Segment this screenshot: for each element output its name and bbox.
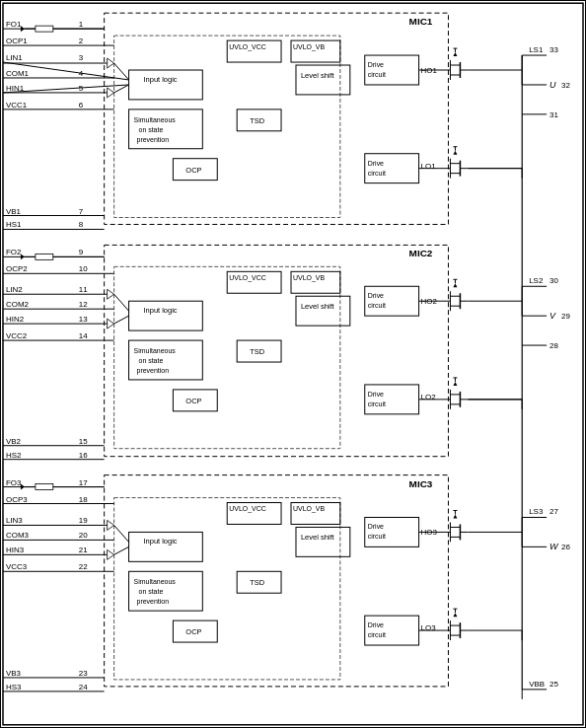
w-pin: 26 <box>561 543 570 551</box>
vcc1-label: VCC1 <box>6 101 28 109</box>
mic3-label: MIC3 <box>409 478 433 489</box>
level-shift-2: Level shift <box>301 302 335 311</box>
svg-text:circuit: circuit <box>368 170 386 177</box>
lin2-label: LIN2 <box>6 285 23 294</box>
hs3-label: HS3 <box>6 683 22 692</box>
input-logic-2: Input logic <box>144 306 178 315</box>
ls1-pin: 33 <box>549 45 558 54</box>
mic2-label: MIC2 <box>409 248 433 258</box>
svg-text:circuit: circuit <box>368 533 386 540</box>
vb2-label: VB2 <box>6 437 22 446</box>
com1-label: COM1 <box>6 69 30 78</box>
pin22: 22 <box>79 562 88 571</box>
pin7: 7 <box>79 207 84 216</box>
drive-circuit-lo-1: Drive <box>368 160 384 167</box>
com3-label: COM3 <box>6 531 30 540</box>
u-pin: 32 <box>561 81 570 90</box>
fo3-label: FO3 <box>6 478 22 487</box>
v-label: V <box>549 311 556 321</box>
pin13: 13 <box>79 315 88 324</box>
svg-text:circuit: circuit <box>368 302 386 309</box>
ls1-label: LS1 <box>529 45 544 54</box>
pin15: 15 <box>79 437 88 446</box>
diagram-container: MIC1 UVLO_VCC UVLO_VB Input logic Simult… <box>0 0 586 728</box>
ls2-label: LS2 <box>529 276 544 285</box>
pin9: 9 <box>79 248 84 256</box>
lin1-label: LIN1 <box>6 53 23 62</box>
ls3-label: LS3 <box>529 507 544 516</box>
pin24: 24 <box>79 683 88 692</box>
pin21: 21 <box>79 546 88 554</box>
uvlo-vb-3: UVLO_VB <box>293 505 326 513</box>
drive-circuit-lo-3: Drive <box>368 621 384 628</box>
pin31: 31 <box>549 110 558 119</box>
ocp3-label: OCP3 <box>6 495 28 504</box>
fo1-label: FO1 <box>6 20 22 29</box>
sosp-2: Simultaneous <box>134 347 177 354</box>
svg-text:prevention: prevention <box>137 136 170 144</box>
pin19: 19 <box>79 516 88 525</box>
pin6: 6 <box>79 101 84 109</box>
drive-circuit-ho-1: Drive <box>368 61 384 68</box>
pin14: 14 <box>79 331 88 340</box>
drive-circuit-lo-2: Drive <box>368 391 384 398</box>
svg-rect-43 <box>36 26 53 32</box>
svg-text:on state: on state <box>139 357 164 364</box>
tsd-3: TSD <box>250 578 265 587</box>
ocp-2: OCP <box>185 397 201 405</box>
pin3: 3 <box>79 53 84 62</box>
vcc2-label: VCC2 <box>6 331 28 340</box>
mic1-label: MIC1 <box>409 16 433 27</box>
vb3-label: VB3 <box>6 669 22 678</box>
pin18: 18 <box>79 495 88 504</box>
lo1-label: LO1 <box>421 162 437 171</box>
lo3-label: LO3 <box>421 623 437 632</box>
ocp-3: OCP <box>185 627 201 636</box>
ocp-1: OCP <box>185 166 201 175</box>
level-shift-1: Level shift <box>301 71 335 80</box>
pin2: 2 <box>79 36 84 45</box>
pin17: 17 <box>79 478 88 487</box>
ocp2-label: OCP2 <box>6 264 28 273</box>
pin10: 10 <box>79 264 88 273</box>
vcc3-label: VCC3 <box>6 562 28 571</box>
pin1: 1 <box>79 20 84 29</box>
v-pin: 29 <box>561 312 570 321</box>
svg-text:prevention: prevention <box>137 598 170 606</box>
hs1-label: HS1 <box>6 220 22 229</box>
lin3-label: LIN3 <box>6 516 23 525</box>
uvlo-vcc-3: UVLO_VCC <box>229 505 266 513</box>
com2-label: COM2 <box>6 300 30 309</box>
pin23: 23 <box>79 669 88 678</box>
svg-text:on state: on state <box>139 588 164 595</box>
level-shift-3: Level shift <box>301 533 335 542</box>
pin8: 8 <box>79 220 84 229</box>
hin3-label: HIN3 <box>6 546 25 554</box>
ls3-pin: 27 <box>549 507 558 516</box>
drive-circuit-ho-2: Drive <box>368 292 384 299</box>
pin16: 16 <box>79 451 88 460</box>
sosp-1: Simultaneous <box>134 116 177 123</box>
svg-text:prevention: prevention <box>137 367 170 375</box>
vbb-pin: 25 <box>549 680 558 689</box>
pin4: 4 <box>79 69 84 78</box>
svg-rect-100 <box>36 254 53 259</box>
pin28: 28 <box>549 341 558 350</box>
svg-rect-155 <box>36 484 53 490</box>
uvlo-vb-1: UVLO_VB <box>293 43 326 51</box>
hs2-label: HS2 <box>6 451 22 460</box>
vb1-label: VB1 <box>6 207 22 216</box>
hin1-label: HIN1 <box>6 84 25 93</box>
svg-text:on state: on state <box>139 126 164 133</box>
svg-text:circuit: circuit <box>368 400 386 407</box>
svg-text:circuit: circuit <box>368 631 386 638</box>
pin5: 5 <box>79 84 84 93</box>
pin12: 12 <box>79 300 88 309</box>
uvlo-vb-2: UVLO_VB <box>293 274 326 282</box>
ocp1-label: OCP1 <box>6 36 28 45</box>
uvlo-vcc-1: UVLO_VCC <box>229 43 266 51</box>
drive-circuit-ho-3: Drive <box>368 523 384 530</box>
uvlo-vcc-2: UVLO_VCC <box>229 274 266 282</box>
input-logic-3: Input logic <box>144 537 178 546</box>
tsd-1: TSD <box>250 116 265 125</box>
